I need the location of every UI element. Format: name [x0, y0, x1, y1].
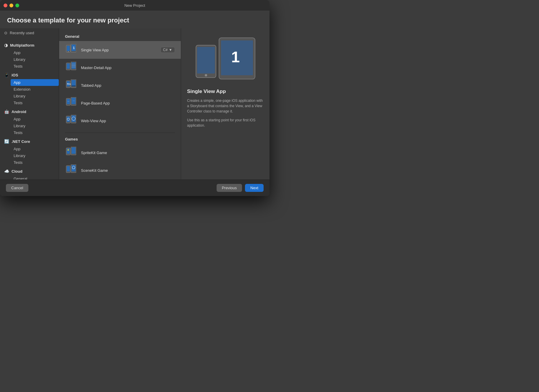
template-page-based-app[interactable]: ··· ··· Page-Based App [59, 94, 181, 112]
template-master-detail-app[interactable]: Master-Detail App [59, 59, 181, 76]
footer-nav-buttons: Previous Next [217, 184, 264, 192]
spritekit-game-label: SpriteKit Game [81, 151, 175, 155]
sidebar-item-netcore-library[interactable]: Library [11, 152, 59, 159]
android-items: App Library Tests [0, 116, 59, 136]
svg-rect-18 [72, 85, 76, 86]
sidebar-item-android-app[interactable]: App [11, 116, 59, 122]
sidebar-label-multiplatform: Multiplatform [10, 43, 34, 48]
tabbed-app-label: Tabbed App [81, 83, 175, 88]
sidebar-label-cloud: Cloud [12, 169, 22, 174]
sidebar-section-cloud: ☁️ Cloud General [0, 167, 59, 179]
template-single-view-app[interactable]: 1 Single View App C# ▼ [59, 41, 181, 59]
sidebar-item-android-library[interactable]: Library [11, 122, 59, 129]
preview-description-2: Use this as a starting point for your fi… [187, 117, 264, 128]
page-header: Choose a template for your new project [0, 11, 270, 28]
preview-illustration: 1 [187, 35, 264, 83]
language-label: C# [163, 48, 168, 52]
scenekit-game-label: SceneKit Game [81, 168, 175, 173]
svg-rect-37 [67, 166, 70, 172]
sidebar-item-multiplatform-library[interactable]: Library [11, 56, 59, 63]
sidebar-section-multiplatform: ◑ Multiplatform App Library Tests [0, 41, 59, 70]
web-view-app-label: Web-View App [81, 119, 175, 123]
svg-rect-51 [197, 47, 215, 74]
preview-description-1: Creates a simple, one-page iOS applicati… [187, 98, 264, 114]
svg-rect-1 [67, 46, 70, 51]
sidebar: ⊙ Recently used ◑ Multiplatform App Libr… [0, 28, 59, 179]
netcore-items: App Library Tests [0, 146, 59, 166]
sidebar-item-android-tests[interactable]: Tests [11, 129, 59, 136]
cloud-icon: ☁️ [4, 169, 9, 174]
single-view-app-icon: 1 [65, 44, 77, 56]
content-area: ⊙ Recently used ◑ Multiplatform App Libr… [0, 28, 270, 179]
games-section-header: Games [59, 136, 181, 144]
general-section-header: General [59, 33, 181, 41]
template-list: General 1 Single View App C# ▼ [59, 28, 181, 179]
cloud-items: General [0, 175, 59, 179]
sidebar-item-netcore-app[interactable]: App [11, 146, 59, 152]
section-separator [65, 133, 175, 133]
sidebar-item-cloud-general[interactable]: General [11, 175, 59, 179]
sidebar-item-multiplatform-app[interactable]: App [11, 49, 59, 56]
svg-text:···: ··· [67, 100, 69, 103]
close-button[interactable] [4, 4, 7, 7]
page-based-app-label: Page-Based App [81, 101, 175, 105]
preview-panel: 1 Single View App Creates a simple, one-… [181, 28, 270, 179]
sidebar-label-android: Android [12, 110, 26, 114]
previous-button[interactable]: Previous [217, 184, 242, 192]
chevron-down-icon: ▼ [169, 48, 172, 52]
template-scenekit-game[interactable]: SceneKit Game [59, 161, 181, 179]
scenekit-game-icon [65, 164, 77, 176]
page-based-app-icon: ··· ··· [65, 97, 77, 109]
sidebar-item-ios-extension[interactable]: Extension [11, 86, 59, 93]
svg-point-52 [205, 74, 207, 76]
preview-title: Single View App [187, 89, 264, 94]
svg-rect-29 [72, 115, 76, 122]
template-spritekit-game[interactable]: SpriteKit Game [59, 144, 181, 161]
sidebar-section-ios: 📱 iOS App Extension Library Tests [0, 71, 59, 106]
traffic-lights[interactable] [4, 4, 19, 7]
multiplatform-icon: ◑ [4, 43, 8, 48]
master-detail-app-icon [65, 62, 77, 74]
spritekit-game-icon [65, 147, 77, 159]
window-title: New Project [124, 3, 145, 8]
android-icon: 🤖 [4, 109, 9, 114]
page-title: Choose a template for your new project [7, 17, 262, 24]
language-badge[interactable]: C# ▼ [160, 47, 175, 53]
sidebar-header-cloud[interactable]: ☁️ Cloud [0, 167, 59, 175]
maximize-button[interactable] [15, 4, 19, 7]
sidebar-section-netcore: 🔄 .NET Core App Library Tests [0, 137, 59, 166]
ios-icon: 📱 [4, 73, 9, 77]
tabbed-app-icon: First [65, 79, 77, 91]
web-view-app-icon [65, 115, 77, 127]
svg-rect-7 [67, 63, 70, 69]
sidebar-item-ios-app[interactable]: App [11, 79, 59, 86]
recently-used-label: Recently used [10, 31, 34, 35]
template-web-view-app[interactable]: Web-View App [59, 112, 181, 130]
single-view-app-label: Single View App [81, 48, 160, 52]
template-tabbed-app[interactable]: First Tabbed App [59, 76, 181, 94]
sidebar-item-ios-library[interactable]: Library [11, 93, 59, 99]
sidebar-label-netcore: .NET Core [12, 139, 30, 144]
sidebar-header-android[interactable]: 🤖 Android [0, 107, 59, 116]
netcore-icon: 🔄 [4, 139, 9, 144]
sidebar-header-netcore[interactable]: 🔄 .NET Core [0, 137, 59, 146]
master-detail-app-label: Master-Detail App [81, 66, 175, 70]
sidebar-item-netcore-tests[interactable]: Tests [11, 159, 59, 166]
recently-used-item[interactable]: ⊙ Recently used [0, 28, 59, 37]
cancel-button[interactable]: Cancel [6, 184, 28, 192]
minimize-button[interactable] [9, 4, 13, 7]
svg-text:···: ··· [73, 99, 75, 102]
svg-rect-35 [72, 147, 76, 154]
sidebar-header-ios[interactable]: 📱 iOS [0, 71, 59, 79]
footer: Cancel Previous Next [0, 179, 270, 196]
next-button[interactable]: Next [245, 184, 264, 192]
svg-text:1: 1 [231, 48, 240, 66]
sidebar-header-multiplatform[interactable]: ◑ Multiplatform [0, 41, 59, 49]
svg-text:1: 1 [73, 46, 75, 50]
sidebar-item-multiplatform-tests[interactable]: Tests [11, 63, 59, 70]
sidebar-section-android: 🤖 Android App Library Tests [0, 107, 59, 136]
sidebar-label-ios: iOS [12, 73, 18, 77]
title-bar: New Project [0, 0, 270, 11]
ios-items: App Extension Library Tests [0, 79, 59, 106]
sidebar-item-ios-tests[interactable]: Tests [11, 99, 59, 106]
